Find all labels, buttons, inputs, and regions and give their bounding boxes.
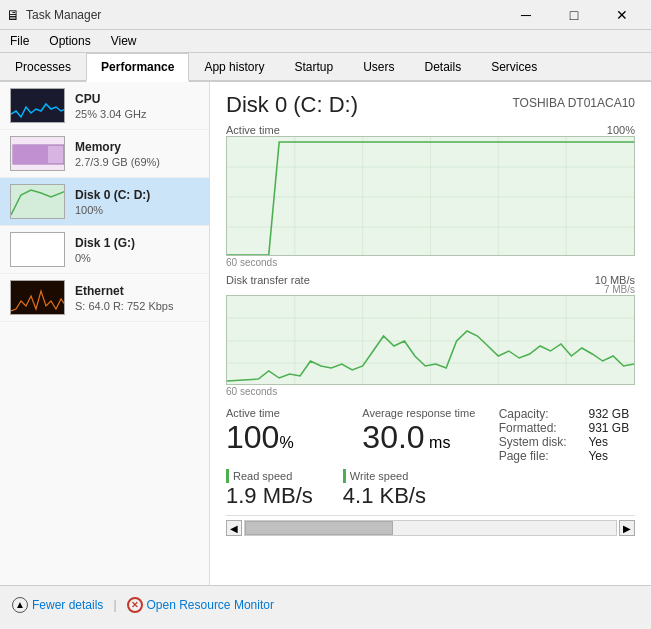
app-icon: 🖥 (6, 7, 20, 23)
transfer-rate-duration: 60 seconds (226, 386, 635, 397)
transfer-rate-chart (226, 295, 635, 385)
transfer-rate-label: Disk transfer rate (226, 274, 310, 286)
sidebar-item-memory[interactable]: Memory 2.7/3.9 GB (69%) (0, 130, 209, 178)
sidebar-item-cpu[interactable]: CPU 25% 3.04 GHz (0, 82, 209, 130)
memory-detail: 2.7/3.9 GB (69%) (75, 156, 199, 168)
active-time-svg (227, 137, 634, 256)
pagefile-val: Yes (588, 449, 635, 463)
stats-row: Active time 100% Average response time 3… (226, 407, 635, 463)
capacity-key: Capacity: (499, 407, 573, 421)
active-time-value: 100 (226, 419, 279, 455)
scrollbar-thumb[interactable] (245, 521, 393, 535)
active-time-stat: Active time 100% (226, 407, 362, 463)
content-panel: Disk 0 (C: D:) TOSHIBA DT01ACA10 Active … (210, 82, 651, 585)
systemdisk-val: Yes (588, 435, 635, 449)
tab-bar: Processes Performance App history Startu… (0, 53, 651, 82)
sidebar: CPU 25% 3.04 GHz Memory 2.7/3.9 GB (69%) (0, 82, 210, 585)
open-resource-monitor-link[interactable]: Open Resource Monitor (147, 598, 274, 612)
right-stats-group: Capacity: 932 GB Formatted: 931 GB Syste… (499, 407, 635, 463)
close-button[interactable]: ✕ (599, 4, 645, 26)
open-resource-monitor-group[interactable]: ✕ Open Resource Monitor (127, 597, 274, 613)
transfer-rate-svg (227, 296, 634, 385)
avg-response-unit: ms (425, 434, 451, 451)
avg-response-value: 30.0 (362, 419, 424, 455)
cpu-label: CPU (75, 92, 199, 106)
transfer-rate-chart-container: Disk transfer rate 10 MB/s 7 MB/s (226, 274, 635, 397)
avg-response-value-row: 30.0 ms (362, 419, 498, 456)
sidebar-item-ethernet[interactable]: Ethernet S: 64.0 R: 752 Kbps (0, 274, 209, 322)
cpu-detail: 25% 3.04 GHz (75, 108, 199, 120)
read-speed-value: 1.9 MB/s (226, 483, 313, 509)
content-title: Disk 0 (C: D:) (226, 92, 358, 118)
scrollbar[interactable] (244, 520, 617, 536)
scroll-right-button[interactable]: ▶ (619, 520, 635, 536)
title-bar-left: 🖥 Task Manager (6, 7, 101, 23)
disk0-mini-graph (10, 184, 65, 219)
svg-rect-1 (13, 145, 48, 164)
footer: ▲ Fewer details | ✕ Open Resource Monito… (0, 585, 651, 623)
minimize-button[interactable]: ─ (503, 4, 549, 26)
tab-apphistory[interactable]: App history (189, 53, 279, 82)
read-speed-group: Read speed 1.9 MB/s (226, 469, 313, 509)
title-bar-controls: ─ □ ✕ (503, 4, 645, 26)
footer-divider: | (113, 598, 116, 612)
memory-mini-graph (10, 136, 65, 171)
title-bar: 🖥 Task Manager ─ □ ✕ (0, 0, 651, 30)
tab-users[interactable]: Users (348, 53, 409, 82)
tab-startup[interactable]: Startup (279, 53, 348, 82)
active-time-unit: % (279, 434, 293, 451)
fewer-details-link[interactable]: Fewer details (32, 598, 103, 612)
svg-rect-2 (11, 185, 65, 219)
sidebar-item-disk1[interactable]: Disk 1 (G:) 0% (0, 226, 209, 274)
tab-performance[interactable]: Performance (86, 53, 189, 82)
menu-options[interactable]: Options (39, 32, 100, 50)
tab-processes[interactable]: Processes (0, 53, 86, 82)
systemdisk-key: System disk: (499, 435, 573, 449)
disk1-detail: 0% (75, 252, 199, 264)
ethernet-label: Ethernet (75, 284, 199, 298)
right-stats: Capacity: 932 GB Formatted: 931 GB Syste… (499, 407, 635, 463)
menu-file[interactable]: File (0, 32, 39, 50)
active-time-chart (226, 136, 635, 256)
app-title: Task Manager (26, 8, 101, 22)
device-label: TOSHIBA DT01ACA10 (513, 96, 636, 110)
avg-response-label: Average response time (362, 407, 498, 419)
scroll-left-button[interactable]: ◀ (226, 520, 242, 536)
formatted-key: Formatted: (499, 421, 573, 435)
active-time-chart-labels: Active time 100% (226, 124, 635, 136)
disk0-label: Disk 0 (C: D:) (75, 188, 199, 202)
write-speed-label: Write speed (343, 469, 426, 483)
active-time-duration: 60 seconds (226, 257, 635, 268)
write-speed-value: 4.1 KB/s (343, 483, 426, 509)
pagefile-key: Page file: (499, 449, 573, 463)
fewer-details-group[interactable]: ▲ Fewer details (12, 597, 103, 613)
active-time-chart-container: Active time 100% (226, 124, 635, 268)
ethernet-detail: S: 64.0 R: 752 Kbps (75, 300, 199, 312)
capacity-val: 932 GB (588, 407, 635, 421)
read-speed-label: Read speed (226, 469, 313, 483)
speed-row: Read speed 1.9 MB/s Write speed 4.1 KB/s (226, 469, 635, 509)
write-speed-group: Write speed 4.1 KB/s (343, 469, 426, 509)
memory-label: Memory (75, 140, 199, 154)
svg-rect-3 (11, 233, 65, 267)
tab-services[interactable]: Services (476, 53, 552, 82)
avg-response-stat: Average response time 30.0 ms (362, 407, 498, 463)
cpu-mini-graph (10, 88, 65, 123)
formatted-val: 931 GB (588, 421, 635, 435)
fewer-details-icon: ▲ (12, 597, 28, 613)
ethernet-mini-graph (10, 280, 65, 315)
disk0-detail: 100% (75, 204, 199, 216)
active-time-right: 100% (607, 124, 635, 136)
sidebar-item-disk0[interactable]: Disk 0 (C: D:) 100% (0, 178, 209, 226)
content-header: Disk 0 (C: D:) TOSHIBA DT01ACA10 (226, 92, 635, 118)
active-time-stat-label: Active time (226, 407, 362, 419)
active-time-label: Active time (226, 124, 280, 136)
menu-view[interactable]: View (101, 32, 147, 50)
scroll-area: ◀ ▶ (226, 515, 635, 536)
maximize-button[interactable]: □ (551, 4, 597, 26)
disk1-mini-graph (10, 232, 65, 267)
tab-details[interactable]: Details (409, 53, 476, 82)
menu-bar: File Options View (0, 30, 651, 53)
active-time-stat-value: 100% (226, 419, 362, 456)
main-area: CPU 25% 3.04 GHz Memory 2.7/3.9 GB (69%) (0, 82, 651, 585)
